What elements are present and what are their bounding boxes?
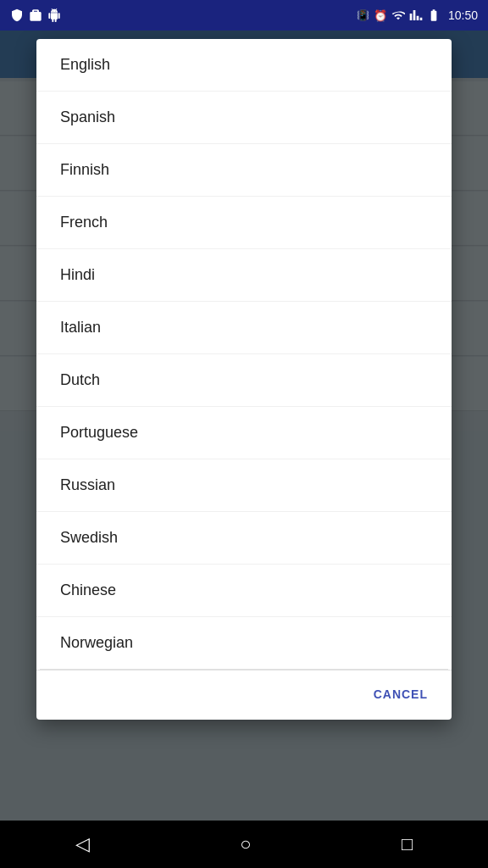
- home-button[interactable]: ○: [233, 826, 258, 862]
- language-item-hindi[interactable]: Hindi: [36, 249, 452, 302]
- status-bar-left-icons: [10, 8, 61, 22]
- language-item-finnish[interactable]: Finnish: [36, 144, 452, 197]
- status-bar-right-icons: 📳 ⏰ 10:50: [357, 8, 478, 22]
- battery-icon: [427, 8, 441, 22]
- vibrate-icon: 📳: [357, 9, 369, 21]
- status-time: 10:50: [448, 8, 478, 22]
- language-item-portuguese[interactable]: Portuguese: [36, 407, 452, 459]
- vpn-icon: [10, 8, 24, 22]
- nav-bar: ◁ ○ □: [0, 821, 488, 868]
- signal-icon: [409, 8, 423, 22]
- language-item-spanish[interactable]: Spanish: [36, 92, 452, 144]
- work-icon: [29, 8, 42, 22]
- status-bar: 📳 ⏰ 10:50: [0, 0, 488, 31]
- language-item-english[interactable]: English: [36, 39, 452, 92]
- language-item-swedish[interactable]: Swedish: [36, 512, 452, 565]
- language-item-french[interactable]: French: [36, 197, 452, 249]
- dialog-overlay: EnglishSpanishFinnishFrenchHindiItalianD…: [0, 31, 488, 821]
- language-item-dutch[interactable]: Dutch: [36, 354, 452, 407]
- recent-button[interactable]: □: [395, 826, 419, 862]
- language-dialog: EnglishSpanishFinnishFrenchHindiItalianD…: [36, 39, 452, 720]
- wifi-icon: [391, 8, 405, 22]
- language-list: EnglishSpanishFinnishFrenchHindiItalianD…: [36, 39, 452, 669]
- language-item-norwegian[interactable]: Norwegian: [36, 617, 452, 669]
- dialog-actions: CANCEL: [36, 670, 452, 720]
- language-item-russian[interactable]: Russian: [36, 459, 452, 512]
- language-item-chinese[interactable]: Chinese: [36, 565, 452, 617]
- back-button[interactable]: ◁: [69, 826, 97, 862]
- alarm-icon: ⏰: [374, 9, 387, 22]
- language-item-italian[interactable]: Italian: [36, 302, 452, 354]
- android-icon: [47, 8, 61, 22]
- cancel-button[interactable]: CANCEL: [370, 681, 431, 708]
